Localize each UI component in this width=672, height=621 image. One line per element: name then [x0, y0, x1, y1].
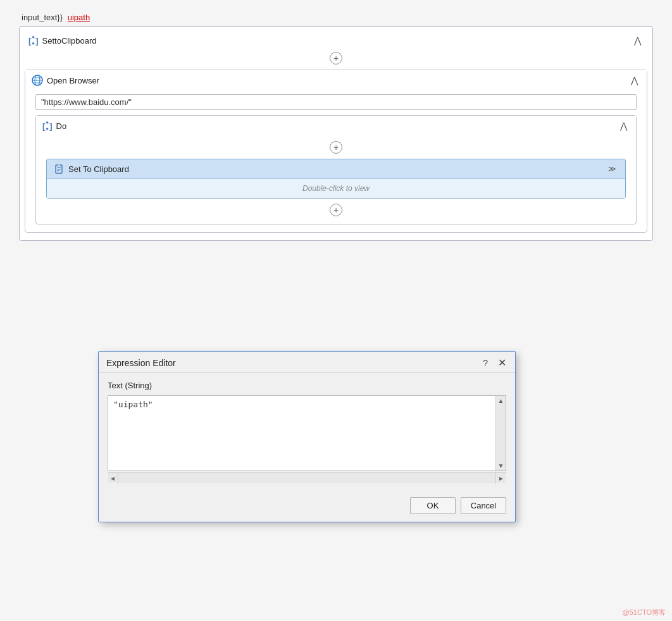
globe-icon	[32, 75, 43, 86]
scroll-right-arrow[interactable]: ►	[495, 473, 506, 484]
do-bracket-icon: [●●]	[42, 120, 53, 132]
dialog-controls: ? ✕	[482, 357, 507, 369]
dialog-footer: OK Cancel	[99, 491, 515, 522]
top-label-text: input_text}}	[22, 13, 63, 22]
scroll-down-arrow[interactable]: ▼	[498, 462, 504, 469]
do-block-body: +	[36, 136, 636, 224]
open-browser-title: Open Browser	[47, 76, 99, 85]
open-browser-collapse-btn[interactable]: ⋀	[628, 74, 640, 87]
dialog-scrollbar-horizontal[interactable]: ◄ ►	[108, 472, 506, 483]
open-browser-block: Open Browser ⋀ [●●] Do ⋀	[25, 70, 647, 233]
watermark: @51CTO博客	[623, 608, 666, 617]
outer-block-title: SettoClipboard	[42, 36, 97, 46]
do-block: [●●] Do ⋀ +	[35, 115, 637, 224]
add-circle-do[interactable]: +	[46, 138, 626, 156]
svg-rect-6	[58, 164, 60, 166]
do-block-header: [●●] Do ⋀	[36, 116, 636, 136]
outer-block-collapse-btn[interactable]: ⋀	[632, 34, 644, 47]
open-browser-header-left: Open Browser	[32, 75, 99, 86]
dialog-scrollbar-vertical[interactable]: ▲ ▼	[495, 396, 506, 470]
outer-block: [●●] SettoClipboard ⋀ +	[19, 26, 653, 241]
cancel-button[interactable]: Cancel	[461, 497, 506, 514]
set-clipboard-hint[interactable]: Double-click to view	[47, 178, 625, 198]
do-block-collapse-btn[interactable]: ⋀	[618, 120, 630, 132]
main-canvas: input_text}} uipath [●●] SettoClipboard …	[0, 0, 672, 621]
do-block-header-left: [●●] Do	[42, 120, 66, 132]
expression-input[interactable]: "uipath"	[108, 396, 495, 470]
do-block-title: Do	[56, 121, 67, 131]
ok-button[interactable]: OK	[410, 497, 456, 514]
add-circle-below[interactable]: +	[46, 201, 626, 219]
dialog-field-label: Text (String)	[108, 381, 506, 390]
dialog-help-button[interactable]: ?	[482, 358, 489, 368]
url-input[interactable]	[35, 94, 637, 110]
add-circle-icon-top[interactable]: +	[330, 52, 342, 65]
dialog-body: Text (String) "uipath" ▲ ▼ ◄ ►	[99, 373, 515, 491]
add-circle-icon-do[interactable]: +	[330, 141, 342, 154]
top-label-red: uipath	[68, 13, 90, 22]
dialog-close-button[interactable]: ✕	[497, 357, 507, 369]
top-label-row: input_text}} uipath	[22, 13, 659, 22]
set-clipboard-hint-text: Double-click to view	[302, 184, 370, 193]
set-clipboard-block[interactable]: Set To Clipboard ≫ Double-click to view	[46, 159, 626, 199]
url-input-row	[25, 90, 647, 115]
outer-block-header: [●●] SettoClipboard ⋀	[25, 32, 647, 49]
bracket-icon: [●●]	[28, 35, 39, 46]
dialog-titlebar: Expression Editor ? ✕	[99, 352, 515, 373]
set-clipboard-header: Set To Clipboard ≫	[47, 159, 625, 178]
dialog-title: Expression Editor	[106, 358, 176, 368]
outer-block-header-left: [●●] SettoClipboard	[28, 35, 97, 46]
expression-editor-dialog: Expression Editor ? ✕ Text (String) "uip…	[98, 351, 516, 522]
dialog-textarea-container: "uipath" ▲ ▼	[108, 395, 506, 471]
scroll-left-arrow[interactable]: ◄	[108, 473, 118, 484]
scroll-up-arrow[interactable]: ▲	[498, 397, 504, 404]
open-browser-header: Open Browser ⋀	[25, 70, 647, 90]
add-circle-top[interactable]: +	[25, 49, 647, 67]
clipboard-icon	[53, 163, 65, 175]
add-circle-icon-below[interactable]: +	[330, 204, 342, 216]
set-clipboard-header-left: Set To Clipboard	[53, 163, 129, 175]
set-clipboard-expand-btn[interactable]: ≫	[606, 163, 619, 175]
set-clipboard-title: Set To Clipboard	[68, 164, 129, 174]
